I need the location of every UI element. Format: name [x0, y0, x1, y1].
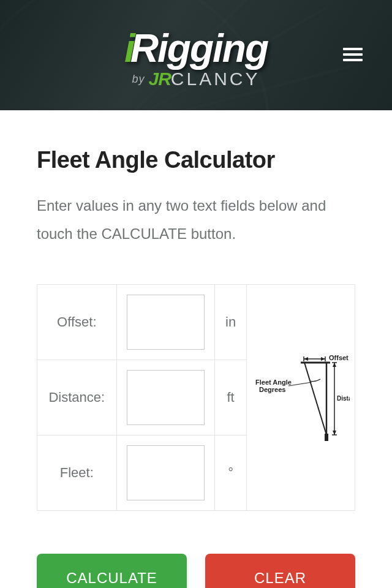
calculate-button[interactable]: CALCULATE — [37, 554, 187, 588]
diagram-cell: Offset Distance Distance — [247, 285, 355, 511]
svg-marker-4 — [321, 357, 325, 361]
svg-marker-10 — [333, 363, 336, 367]
offset-label: Offset: — [37, 285, 117, 360]
fleet-label: Fleet: — [37, 435, 117, 511]
fleet-input[interactable] — [127, 445, 205, 500]
logo-clancy: CLANCY — [171, 69, 260, 89]
svg-marker-11 — [333, 431, 336, 435]
page-title: Fleet Angle Calculator — [37, 147, 355, 173]
offset-input[interactable] — [127, 295, 205, 350]
logo-jr: JR — [148, 69, 170, 89]
diagram-offset-label: Offset — [329, 354, 349, 361]
diagram-angle-label-1: Fleet Angle — [255, 379, 292, 386]
instructions: Enter values in any two text fields belo… — [37, 192, 355, 247]
main-content: Fleet Angle Calculator Enter values in a… — [0, 147, 392, 588]
svg-line-14 — [288, 382, 312, 386]
logo-by: by — [132, 73, 145, 85]
distance-label: Distance: — [37, 360, 117, 435]
menu-icon[interactable] — [343, 48, 363, 62]
offset-unit: in — [215, 285, 247, 360]
svg-rect-13 — [325, 434, 328, 441]
diagram-distance-label-visible: Distance — [337, 395, 350, 402]
distance-unit: ft — [215, 360, 247, 435]
fleet-unit: ° — [215, 435, 247, 511]
logo: iRigging byJRCLANCY — [0, 26, 392, 89]
svg-marker-3 — [304, 357, 308, 361]
svg-line-12 — [304, 363, 326, 435]
clear-button[interactable]: CLEAR — [205, 554, 355, 588]
table-row: Offset: in Offset — [37, 285, 355, 360]
logo-text-rigging: Rigging — [130, 26, 268, 70]
fleet-angle-diagram: Offset Distance Distance — [252, 352, 350, 443]
distance-input[interactable] — [127, 370, 205, 425]
button-row: CALCULATE CLEAR — [37, 554, 355, 588]
diagram-angle-label-2: Degrees — [259, 386, 285, 393]
app-header: iRigging byJRCLANCY — [0, 0, 392, 110]
calculator-table: Offset: in Offset — [37, 284, 355, 511]
